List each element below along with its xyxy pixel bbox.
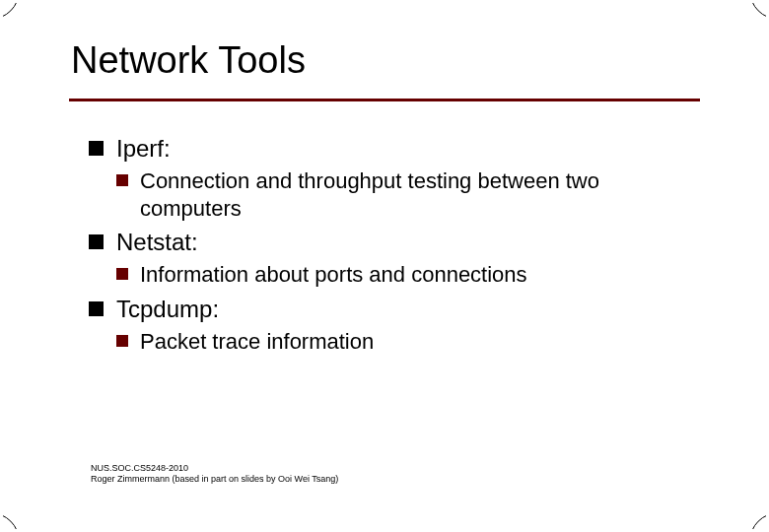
- slide-title: Network Tools: [71, 39, 306, 82]
- footer-line-2: Roger Zimmermann (based in part on slide…: [91, 474, 338, 485]
- subbullet-netstat-desc: Information about ports and connections: [116, 261, 680, 289]
- mask: [0, 0, 3, 532]
- footer: NUS.SOC.CS5248-2010 Roger Zimmermann (ba…: [91, 463, 338, 486]
- footer-line-1: NUS.SOC.CS5248-2010: [91, 463, 338, 474]
- subbullet-tcpdump-desc: Packet trace information: [116, 328, 680, 356]
- bullet-tcpdump: Tcpdump:: [89, 295, 680, 324]
- subbullet-iperf-desc: Connection and throughput testing betwee…: [116, 167, 680, 222]
- corner-arc-tl: [0, 0, 20, 20]
- content-body: Iperf: Connection and throughput testing…: [89, 128, 680, 359]
- bullet-iperf: Iperf:: [89, 134, 680, 164]
- slide-container: Network Tools Iperf: Connection and thro…: [0, 0, 769, 532]
- mask: [0, 0, 769, 3]
- bullet-netstat: Netstat:: [89, 228, 680, 257]
- title-underline: [69, 99, 700, 101]
